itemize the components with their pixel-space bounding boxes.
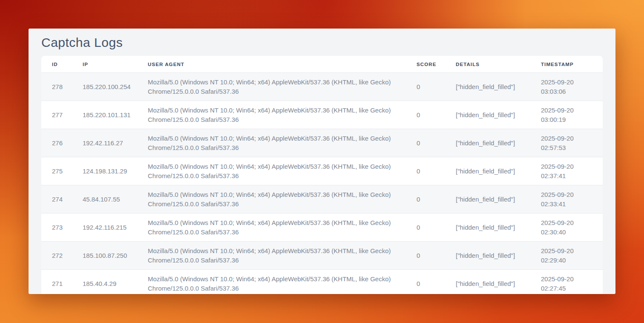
table-row: 277 185.220.101.131 Mozilla/5.0 (Windows… [41, 101, 603, 129]
cell-id: 278 [41, 73, 72, 101]
cell-score: 0 [406, 129, 445, 157]
table-body: 278 185.220.100.254 Mozilla/5.0 (Windows… [41, 73, 603, 294]
cell-score: 0 [406, 185, 445, 213]
cell-details: ["hidden_field_filled"] [445, 129, 530, 157]
cell-score: 0 [406, 242, 445, 270]
cell-ip: 192.42.116.27 [72, 129, 137, 157]
column-header-user_agent: USER AGENT [137, 56, 406, 73]
cell-user-agent: Mozilla/5.0 (Windows NT 10.0; Win64; x64… [137, 129, 406, 157]
captcha-logs-card: Captcha Logs IDIPUSER AGENTSCOREDETAILST… [29, 29, 615, 294]
cell-id: 275 [41, 157, 72, 185]
column-header-timestamp: TIMESTAMP [530, 56, 603, 73]
table-header: IDIPUSER AGENTSCOREDETAILSTIMESTAMP [41, 56, 603, 73]
cell-id: 271 [41, 270, 72, 294]
page-title: Captcha Logs [41, 29, 603, 56]
table-row: 275 124.198.131.29 Mozilla/5.0 (Windows … [41, 157, 603, 185]
column-header-id: ID [41, 56, 72, 73]
cell-timestamp: 2025-09-20 02:37:41 [530, 157, 603, 185]
cell-timestamp: 2025-09-20 03:00:19 [530, 101, 603, 129]
cell-user-agent: Mozilla/5.0 (Windows NT 10.0; Win64; x64… [137, 242, 406, 270]
cell-timestamp: 2025-09-20 02:33:41 [530, 185, 603, 213]
cell-details: ["hidden_field_filled"] [445, 242, 530, 270]
cell-timestamp: 2025-09-20 02:29:40 [530, 242, 603, 270]
cell-user-agent: Mozilla/5.0 (Windows NT 10.0; Win64; x64… [137, 73, 406, 101]
page-background: { "window": { "title": "Captcha Logs" },… [0, 0, 644, 323]
cell-timestamp: 2025-09-20 02:57:53 [530, 129, 603, 157]
cell-id: 276 [41, 129, 72, 157]
cell-id: 277 [41, 101, 72, 129]
column-header-score: SCORE [406, 56, 445, 73]
cell-ip: 192.42.116.215 [72, 213, 137, 242]
cell-id: 272 [41, 242, 72, 270]
cell-ip: 124.198.131.29 [72, 157, 137, 185]
cell-ip: 45.84.107.55 [72, 185, 137, 213]
cell-details: ["hidden_field_filled"] [445, 213, 530, 242]
cell-score: 0 [406, 213, 445, 242]
table-container: IDIPUSER AGENTSCOREDETAILSTIMESTAMP 278 … [41, 56, 603, 294]
cell-timestamp: 2025-09-20 02:30:40 [530, 213, 603, 242]
cell-ip: 185.40.4.29 [72, 270, 137, 294]
cell-details: ["hidden_field_filled"] [445, 185, 530, 213]
cell-ip: 185.100.87.250 [72, 242, 137, 270]
cell-id: 273 [41, 213, 72, 242]
table-row: 274 45.84.107.55 Mozilla/5.0 (Windows NT… [41, 185, 603, 213]
cell-user-agent: Mozilla/5.0 (Windows NT 10.0; Win64; x64… [137, 270, 406, 294]
column-header-details: DETAILS [445, 56, 530, 73]
cell-ip: 185.220.100.254 [72, 73, 137, 101]
table-row: 278 185.220.100.254 Mozilla/5.0 (Windows… [41, 73, 603, 101]
table-row: 273 192.42.116.215 Mozilla/5.0 (Windows … [41, 213, 603, 242]
cell-user-agent: Mozilla/5.0 (Windows NT 10.0; Win64; x64… [137, 157, 406, 185]
table-row: 276 192.42.116.27 Mozilla/5.0 (Windows N… [41, 129, 603, 157]
cell-score: 0 [406, 73, 445, 101]
cell-details: ["hidden_field_filled"] [445, 73, 530, 101]
cell-user-agent: Mozilla/5.0 (Windows NT 10.0; Win64; x64… [137, 185, 406, 213]
cell-user-agent: Mozilla/5.0 (Windows NT 10.0; Win64; x64… [137, 101, 406, 129]
table-header-row: IDIPUSER AGENTSCOREDETAILSTIMESTAMP [41, 56, 603, 73]
cell-user-agent: Mozilla/5.0 (Windows NT 10.0; Win64; x64… [137, 213, 406, 242]
cell-details: ["hidden_field_filled"] [445, 157, 530, 185]
cell-timestamp: 2025-09-20 03:03:06 [530, 73, 603, 101]
column-header-ip: IP [72, 56, 137, 73]
cell-timestamp: 2025-09-20 02:27:45 [530, 270, 603, 294]
cell-details: ["hidden_field_filled"] [445, 101, 530, 129]
cell-id: 274 [41, 185, 72, 213]
cell-ip: 185.220.101.131 [72, 101, 137, 129]
captcha-logs-table: IDIPUSER AGENTSCOREDETAILSTIMESTAMP 278 … [41, 56, 603, 294]
cell-details: ["hidden_field_filled"] [445, 270, 530, 294]
table-row: 272 185.100.87.250 Mozilla/5.0 (Windows … [41, 242, 603, 270]
cell-score: 0 [406, 157, 445, 185]
cell-score: 0 [406, 101, 445, 129]
table-row: 271 185.40.4.29 Mozilla/5.0 (Windows NT … [41, 270, 603, 294]
cell-score: 0 [406, 270, 445, 294]
